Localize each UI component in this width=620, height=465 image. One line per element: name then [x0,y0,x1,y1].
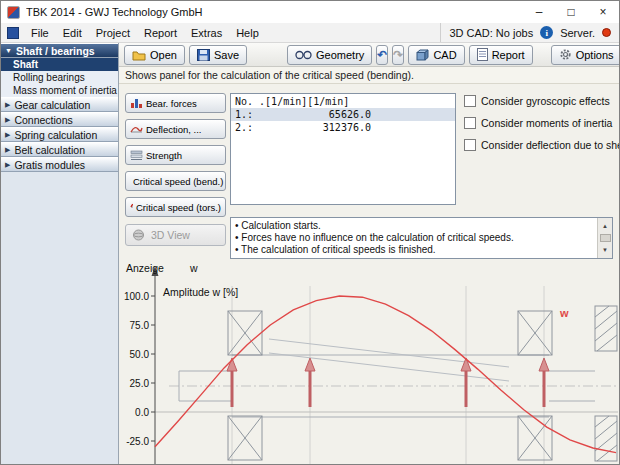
info-icon[interactable]: i [540,26,553,39]
critical-speed-torsion-button[interactable]: Critical speed (tors.) [125,197,226,217]
log-line: • The calculation of critical speeds is … [235,244,592,256]
chevron-down-icon: ▼ [5,47,12,54]
toolbar: Open Save Geometry ↶ ↷ CAD R [119,43,619,67]
svg-text:100.0: 100.0 [124,291,149,302]
sidebar-background [1,172,118,464]
critical-speed-chart: 100.075.050.025.00.0-25.0Amplitude w [%]… [119,259,619,464]
save-button[interactable]: Save [189,45,247,65]
sidebar-group-gear-calculation[interactable]: ▶ Gear calculation [1,97,118,112]
checkbox-row: Consider moments of inertia [464,117,619,129]
close-button[interactable]: × [587,1,619,23]
cad-status: 3D CAD: No jobs [449,27,533,39]
sidebar-group-shaft-bearings[interactable]: ▼ Shaft / bearings [1,43,118,58]
list-row[interactable]: 1.: 65626.0 [231,108,455,121]
log-line: • Forces have no influence on the calcul… [235,232,592,244]
undo-button[interactable]: ↶ [376,45,388,65]
row-value: 312376.0 [261,122,371,133]
menu-file[interactable]: File [24,24,56,42]
strength-button[interactable]: Strength [125,145,226,165]
svg-text:75.0: 75.0 [130,320,150,331]
menu-project[interactable]: Project [89,24,137,42]
chevron-right-icon: ▶ [5,101,10,109]
gyroscopic-effects-checkbox[interactable] [464,95,476,107]
open-button[interactable]: Open [124,45,185,65]
scroll-down-icon[interactable]: ▼ [602,242,608,258]
sidebar-group-connections[interactable]: ▶ Connections [1,112,118,127]
server-status-indicator [602,28,611,37]
list-row[interactable]: 2.: 312376.0 [231,121,455,134]
bearing-forces-button[interactable]: Bear. forces [125,93,226,113]
chevron-right-icon: ▶ [5,161,10,169]
list-header: No. .[1/min][1/min] [231,94,455,108]
moments-of-inertia-checkbox[interactable] [464,117,476,129]
deflection-button[interactable]: Deflection, ... [125,119,226,139]
row-index: 1.: [235,109,261,120]
sidebar-group-label: Gear calculation [14,99,90,111]
menu-report[interactable]: Report [137,24,184,42]
log-scrollbar[interactable]: ▲ ▼ [597,218,612,258]
sidebar: ▼ Shaft / bearings Shaft Rolling bearing… [1,43,119,464]
menubar-status-area: 3D CAD: No jobs i Server. [440,23,619,42]
floppy-disk-icon [197,49,210,61]
svg-text:25.0: 25.0 [130,378,150,389]
redo-button[interactable]: ↷ [392,45,404,65]
minimize-button[interactable]: – [523,1,555,23]
checkbox-label: Consider deflection due to shear [481,139,619,151]
critical-speed-list[interactable]: No. .[1/min][1/min] 1.: 65626.0 2.: 3123… [230,93,456,205]
row-value: 65626.0 [261,109,371,120]
sidebar-group-label: Spring calculation [14,129,97,141]
cad-cube-icon [416,49,429,61]
checkbox-row: Consider gyroscopic effects [464,95,619,107]
deflection-shear-checkbox[interactable] [464,139,476,151]
maximize-button[interactable]: □ [555,1,587,23]
report-button[interactable]: Report [469,45,533,65]
status-text: Shows panel for the calculation of the c… [119,67,619,84]
chart-header: Anzeige w [126,262,198,274]
app-icon [7,6,20,19]
sidebar-group-belt-calculation[interactable]: ▶ Belt calculation [1,142,118,157]
folder-open-icon [132,49,146,61]
sidebar-group-label: Belt calculation [14,144,85,156]
3d-sphere-icon [132,229,146,241]
options-button[interactable]: Options [551,45,620,65]
menu-edit[interactable]: Edit [56,24,89,42]
checkbox-label: Consider moments of inertia [481,117,612,129]
window-title: TBK 2014 - GWJ Technology GmbH [26,6,517,18]
log-line: • Calculation starts. [235,220,592,232]
sidebar-group-label: Shaft / bearings [16,45,95,57]
menu-help[interactable]: Help [229,24,266,42]
document-icon [477,48,488,61]
support-hatch-blocks [595,306,617,461]
calculation-log[interactable]: • Calculation starts. • Forces have no i… [230,217,613,259]
server-status-label: Server. [560,27,595,39]
svg-text:-25.0: -25.0 [126,436,149,447]
shaft-drawing [169,306,618,461]
3d-view-button[interactable]: 3D View [125,224,226,246]
sidebar-item-rolling-bearings[interactable]: Rolling bearings [1,71,118,84]
scrollbar-thumb[interactable] [600,234,611,242]
checkbox-label: Consider gyroscopic effects [481,95,610,107]
critical-speed-bending-button[interactable]: Critical speed (bend.) [125,171,226,191]
strength-lines-icon [130,149,143,161]
geometry-button[interactable]: Geometry [287,45,372,65]
eyeglasses-icon [295,49,312,60]
bar-chart-icon [130,97,143,109]
force-arrow-icons [227,358,549,407]
gear-icon [559,48,572,61]
sidebar-group-spring-calculation[interactable]: ▶ Spring calculation [1,127,118,142]
sidebar-item-mass-moment-of-inertia[interactable]: Mass moment of inertia [1,84,118,97]
sidebar-group-gratis-modules[interactable]: ▶ Gratis modules [1,157,118,172]
window-controls: – □ × [523,1,619,23]
app-menu-icon[interactable] [7,27,19,39]
sidebar-item-shaft[interactable]: Shaft [1,58,118,71]
sidebar-group-label: Gratis modules [14,159,85,171]
row-index: 2.: [235,122,261,133]
chevron-right-icon: ▶ [5,146,10,154]
sidebar-group-label: Connections [14,114,72,126]
display-value: w [190,262,198,274]
scroll-up-icon[interactable]: ▲ [602,218,608,234]
menu-extras[interactable]: Extras [184,24,229,42]
display-label: Anzeige [126,262,164,274]
cad-button[interactable]: CAD [408,45,464,65]
svg-text:0.0: 0.0 [135,407,149,418]
